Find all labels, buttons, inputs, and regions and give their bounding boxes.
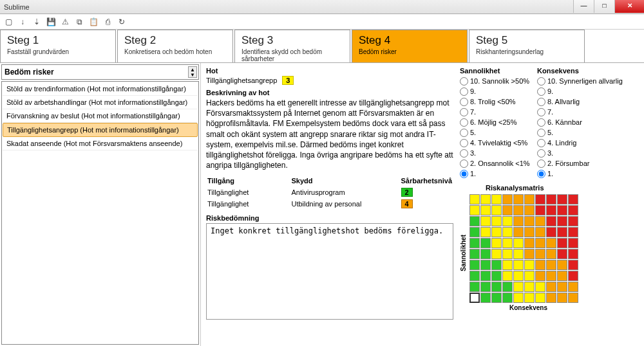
combo-arrow-icon[interactable]: ▲▼ bbox=[188, 66, 197, 78]
konsekvens-heading: Konsekvens bbox=[537, 67, 579, 75]
sannolikhet-option[interactable]: 3. bbox=[460, 148, 537, 158]
new-icon[interactable]: ▢ bbox=[3, 16, 14, 28]
matrix-cell bbox=[535, 271, 545, 281]
matrix-cell bbox=[491, 271, 502, 281]
hot-name: Tillgänglighetsangrepp bbox=[206, 77, 277, 84]
open-icon[interactable]: ↓ bbox=[17, 16, 28, 28]
matrix-cell bbox=[513, 282, 524, 292]
print-icon[interactable]: ⎙ bbox=[102, 16, 113, 28]
matrix-cell bbox=[557, 282, 567, 292]
save-icon[interactable]: 💾 bbox=[45, 16, 57, 28]
matrix-cell bbox=[513, 194, 524, 205]
copy-icon[interactable]: ⧉ bbox=[73, 16, 85, 28]
matrix-cell bbox=[557, 205, 567, 215]
matrix-cell bbox=[469, 282, 480, 292]
matrix-cell bbox=[491, 282, 502, 292]
sannolikhet-option[interactable]: 9. bbox=[460, 86, 537, 96]
matrix-cell bbox=[557, 260, 567, 270]
matrix-cell bbox=[568, 249, 578, 259]
matrix-cell bbox=[491, 260, 502, 270]
matrix-cell bbox=[524, 293, 535, 303]
save-warn-icon[interactable]: ⚠ bbox=[59, 16, 71, 28]
step-tab-4[interactable]: Steg 4Bedöm risker bbox=[352, 30, 468, 62]
riskbed-heading: Riskbedömning bbox=[206, 214, 453, 222]
matrix-cell bbox=[480, 194, 491, 205]
sannolikhet-option[interactable]: 10. Sannolik >50% bbox=[460, 76, 537, 86]
step-tab-3[interactable]: Steg 3Identifiera skydd och bedöm sårbar… bbox=[234, 30, 350, 62]
paste-icon[interactable]: 📋 bbox=[88, 16, 99, 28]
matrix-cell bbox=[568, 227, 578, 237]
matrix-cell bbox=[546, 260, 556, 270]
step-subtitle: Identifiera skydd och bedöm sårbarheter bbox=[242, 48, 343, 62]
matrix-cell bbox=[524, 194, 535, 205]
risk-list[interactable]: Stöld av trendinformation (Hot mot infor… bbox=[1, 81, 199, 345]
list-item[interactable]: Förvanskning av beslut (Hot mot informat… bbox=[3, 109, 198, 123]
konsekvens-option[interactable]: 5. bbox=[537, 127, 639, 138]
matrix-cell bbox=[502, 227, 513, 237]
list-item[interactable]: Skadat anseende (Hot mot Försvarsmaktens… bbox=[3, 137, 198, 150]
step-tab-5[interactable]: Steg 5Riskhanteringsunderlag bbox=[469, 30, 585, 62]
down-icon[interactable]: ⇣ bbox=[31, 16, 43, 28]
cell-skydd: Utbildning av personal bbox=[292, 199, 400, 209]
matrix-xlabel: Konsekvens bbox=[478, 304, 578, 311]
matrix-cell bbox=[502, 238, 513, 248]
skydd-table: Tillgång Skydd Sårbarhetsnivå Tillgängli… bbox=[206, 176, 453, 210]
sannolikhet-option[interactable]: 7. bbox=[460, 107, 537, 117]
table-row: TillgänglighetUtbildning av personal4 bbox=[207, 199, 452, 209]
matrix-cell bbox=[535, 260, 545, 270]
matrix-cell bbox=[480, 282, 491, 292]
hot-level-badge: 3 bbox=[282, 76, 294, 85]
matrix-cell bbox=[557, 227, 567, 237]
step-tab-2[interactable]: Steg 2Konkretisera och bedöm hoten bbox=[117, 30, 233, 62]
matrix-cell bbox=[480, 293, 491, 303]
konsekvens-option[interactable]: 2. Försumbar bbox=[537, 158, 639, 168]
sannolikhet-option[interactable]: 4. Tvivelaktig <5% bbox=[460, 138, 537, 148]
details-column: Hot Tillgänglighetsangrepp 3 Beskrivning… bbox=[206, 67, 459, 342]
list-item[interactable]: Stöld av arbetshandlingar (Hot mot infor… bbox=[3, 96, 198, 109]
matrix-cell bbox=[513, 271, 524, 281]
matrix-cell bbox=[568, 271, 578, 281]
matrix-ylabel: Sannolikhet bbox=[460, 235, 467, 271]
riskbed-textarea[interactable] bbox=[206, 223, 453, 320]
sannolikhet-option[interactable]: 8. Trolig <50% bbox=[460, 96, 537, 107]
close-button[interactable]: ✕ bbox=[614, 0, 644, 13]
matrix-cell bbox=[469, 227, 480, 237]
list-item[interactable]: Tillgänglighetsangrepp (Hot mot informat… bbox=[3, 123, 198, 137]
risk-combo[interactable]: Bedöm risker ▲▼ bbox=[1, 64, 199, 80]
sannolikhet-option[interactable]: 2. Onsannolik <1% bbox=[460, 158, 537, 168]
konsekvens-option[interactable]: 1. bbox=[537, 168, 639, 179]
cell-tillgang: Tillgänglighet bbox=[207, 199, 290, 209]
konsekvens-option[interactable]: 9. bbox=[537, 86, 639, 96]
matrix-cell bbox=[524, 205, 535, 215]
maximize-button[interactable]: □ bbox=[594, 0, 614, 13]
matrix-cell bbox=[491, 249, 502, 259]
matrix-cell bbox=[524, 260, 535, 270]
matrix-cell bbox=[524, 227, 535, 237]
app-title: Sublime bbox=[4, 3, 30, 11]
step-tab-1[interactable]: Steg 1Fastställ grundvärden bbox=[0, 30, 116, 62]
table-row: TillgänglighetAntivirusprogram2 bbox=[207, 187, 452, 197]
sannolikhet-option[interactable]: 6. Möjlig <25% bbox=[460, 117, 537, 127]
minimize-button[interactable]: — bbox=[573, 0, 594, 13]
konsekvens-option[interactable]: 8. Allvarlig bbox=[537, 96, 639, 107]
konsekvens-option[interactable]: 4. Lindrig bbox=[537, 138, 639, 148]
matrix-cell bbox=[491, 216, 502, 226]
risk-matrix bbox=[469, 194, 578, 303]
matrix-cell bbox=[524, 282, 535, 292]
sannolikhet-option[interactable]: 5. bbox=[460, 127, 537, 138]
left-panel: Bedöm risker ▲▼ Stöld av trendinformatio… bbox=[0, 63, 201, 346]
matrix-cell bbox=[546, 205, 556, 215]
col-sarb: Sårbarhetsnivå bbox=[401, 177, 452, 186]
konsekvens-option[interactable]: 3. bbox=[537, 148, 639, 158]
refresh-icon[interactable]: ↻ bbox=[116, 16, 128, 28]
konsekvens-option[interactable]: 6. Kännbar bbox=[537, 117, 639, 127]
sannolikhet-option[interactable]: 1. bbox=[460, 168, 537, 179]
matrix-cell bbox=[480, 205, 491, 215]
konsekvens-option[interactable]: 7. bbox=[537, 107, 639, 117]
step-subtitle: Riskhanteringsunderlag bbox=[476, 48, 578, 55]
konsekvens-option[interactable]: 10. Synnerligen allvarlig bbox=[537, 76, 639, 86]
matrix-cell bbox=[546, 227, 556, 237]
matrix-cell bbox=[491, 194, 502, 205]
sannolikhet-heading: Sannolikhet bbox=[460, 67, 537, 75]
list-item[interactable]: Stöld av trendinformation (Hot mot infor… bbox=[3, 82, 198, 96]
